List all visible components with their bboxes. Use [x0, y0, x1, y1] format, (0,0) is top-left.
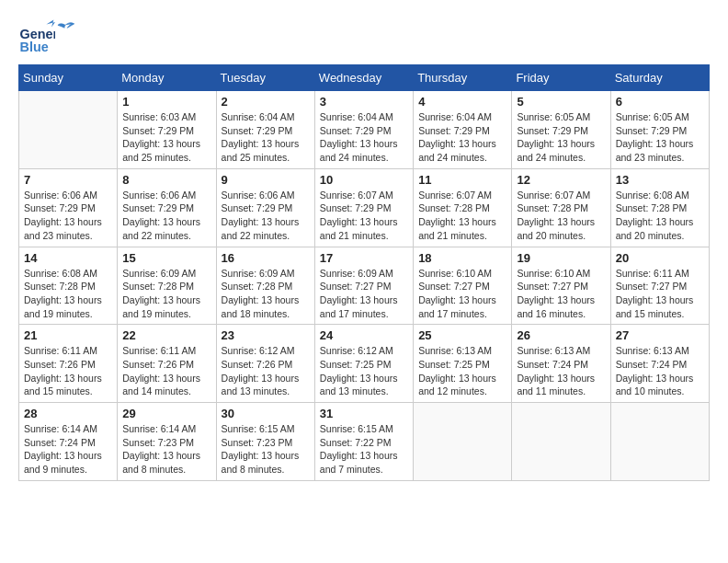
day-number: 27 [616, 328, 704, 342]
day-number: 7 [24, 173, 112, 187]
day-cell: 22Sunrise: 6:11 AMSunset: 7:26 PMDayligh… [118, 325, 216, 403]
day-info: Sunrise: 6:07 AMSunset: 7:28 PMDaylight:… [418, 189, 506, 243]
day-info: Sunrise: 6:12 AMSunset: 7:25 PMDaylight:… [320, 344, 408, 398]
day-cell: 31Sunrise: 6:15 AMSunset: 7:22 PMDayligh… [314, 403, 413, 481]
day-number: 16 [222, 251, 310, 265]
svg-text:Blue: Blue [20, 40, 49, 54]
week-row-3: 21Sunrise: 6:11 AMSunset: 7:26 PMDayligh… [19, 325, 710, 403]
day-cell: 25Sunrise: 6:13 AMSunset: 7:25 PMDayligh… [414, 325, 512, 403]
day-cell: 12Sunrise: 6:07 AMSunset: 7:28 PMDayligh… [512, 168, 610, 247]
day-cell: 2Sunrise: 6:04 AMSunset: 7:29 PMDaylight… [216, 91, 314, 169]
day-info: Sunrise: 6:11 AMSunset: 7:26 PMDaylight:… [24, 344, 112, 398]
calendar-body: 1Sunrise: 6:03 AMSunset: 7:29 PMDaylight… [19, 91, 710, 481]
day-number: 31 [320, 407, 408, 420]
day-number: 20 [616, 251, 704, 265]
day-number: 8 [122, 173, 210, 187]
day-cell [414, 403, 512, 481]
weekday-sunday: Sunday [19, 65, 118, 91]
day-number: 22 [122, 328, 210, 342]
day-number: 9 [222, 173, 310, 187]
day-cell [512, 403, 610, 481]
day-cell: 10Sunrise: 6:07 AMSunset: 7:29 PMDayligh… [314, 168, 413, 247]
weekday-header-row: SundayMondayTuesdayWednesdayThursdayFrid… [19, 65, 710, 91]
day-info: Sunrise: 6:11 AMSunset: 7:27 PMDaylight:… [616, 267, 704, 321]
week-row-0: 1Sunrise: 6:03 AMSunset: 7:29 PMDaylight… [19, 91, 710, 169]
day-info: Sunrise: 6:05 AMSunset: 7:29 PMDaylight:… [517, 110, 605, 165]
day-cell: 15Sunrise: 6:09 AMSunset: 7:28 PMDayligh… [118, 247, 216, 325]
day-number: 18 [418, 251, 506, 265]
day-info: Sunrise: 6:07 AMSunset: 7:29 PMDaylight:… [320, 189, 408, 243]
day-cell: 24Sunrise: 6:12 AMSunset: 7:25 PMDayligh… [314, 325, 413, 403]
svg-marker-2 [46, 20, 55, 28]
day-info: Sunrise: 6:10 AMSunset: 7:27 PMDaylight:… [418, 267, 506, 321]
day-cell: 11Sunrise: 6:07 AMSunset: 7:28 PMDayligh… [414, 168, 512, 247]
day-info: Sunrise: 6:14 AMSunset: 7:23 PMDaylight:… [122, 422, 210, 477]
day-cell: 7Sunrise: 6:06 AMSunset: 7:29 PMDaylight… [19, 168, 118, 247]
day-cell: 27Sunrise: 6:13 AMSunset: 7:24 PMDayligh… [610, 325, 709, 403]
day-number: 10 [320, 173, 408, 187]
day-info: Sunrise: 6:06 AMSunset: 7:29 PMDaylight:… [24, 189, 112, 243]
day-info: Sunrise: 6:13 AMSunset: 7:24 PMDaylight:… [517, 344, 605, 398]
day-number: 15 [122, 251, 210, 265]
weekday-thursday: Thursday [414, 65, 512, 91]
day-number: 30 [222, 407, 310, 420]
day-info: Sunrise: 6:09 AMSunset: 7:28 PMDaylight:… [222, 267, 310, 321]
day-info: Sunrise: 6:04 AMSunset: 7:29 PMDaylight:… [222, 110, 310, 165]
weekday-saturday: Saturday [610, 65, 709, 91]
day-info: Sunrise: 6:09 AMSunset: 7:27 PMDaylight:… [320, 267, 408, 321]
logo-icon: General Blue [18, 18, 55, 55]
day-cell: 3Sunrise: 6:04 AMSunset: 7:29 PMDaylight… [314, 91, 413, 169]
day-cell: 26Sunrise: 6:13 AMSunset: 7:24 PMDayligh… [512, 325, 610, 403]
day-cell: 13Sunrise: 6:08 AMSunset: 7:28 PMDayligh… [610, 168, 709, 247]
day-number: 11 [418, 173, 506, 187]
day-info: Sunrise: 6:05 AMSunset: 7:29 PMDaylight:… [616, 110, 704, 165]
day-number: 6 [616, 95, 704, 109]
day-number: 29 [122, 407, 210, 420]
day-number: 17 [320, 251, 408, 265]
day-cell: 19Sunrise: 6:10 AMSunset: 7:27 PMDayligh… [512, 247, 610, 325]
day-cell: 16Sunrise: 6:09 AMSunset: 7:28 PMDayligh… [216, 247, 314, 325]
day-info: Sunrise: 6:07 AMSunset: 7:28 PMDaylight:… [517, 189, 605, 243]
day-info: Sunrise: 6:15 AMSunset: 7:22 PMDaylight:… [320, 422, 408, 477]
day-info: Sunrise: 6:06 AMSunset: 7:29 PMDaylight:… [122, 189, 210, 243]
day-cell: 21Sunrise: 6:11 AMSunset: 7:26 PMDayligh… [19, 325, 118, 403]
day-cell: 17Sunrise: 6:09 AMSunset: 7:27 PMDayligh… [314, 247, 413, 325]
day-number: 23 [222, 328, 310, 342]
day-number: 24 [320, 328, 408, 342]
day-number: 5 [517, 95, 605, 109]
day-cell: 6Sunrise: 6:05 AMSunset: 7:29 PMDaylight… [610, 91, 709, 169]
weekday-monday: Monday [118, 65, 216, 91]
day-info: Sunrise: 6:06 AMSunset: 7:29 PMDaylight:… [222, 189, 310, 243]
bird-icon [55, 18, 75, 39]
day-cell: 29Sunrise: 6:14 AMSunset: 7:23 PMDayligh… [118, 403, 216, 481]
logo: General Blue [18, 18, 75, 55]
day-cell: 30Sunrise: 6:15 AMSunset: 7:23 PMDayligh… [216, 403, 314, 481]
day-info: Sunrise: 6:11 AMSunset: 7:26 PMDaylight:… [122, 344, 210, 398]
day-info: Sunrise: 6:04 AMSunset: 7:29 PMDaylight:… [320, 110, 408, 165]
calendar-header: SundayMondayTuesdayWednesdayThursdayFrid… [19, 65, 710, 91]
header: General Blue [18, 18, 710, 55]
day-info: Sunrise: 6:08 AMSunset: 7:28 PMDaylight:… [616, 189, 704, 243]
day-info: Sunrise: 6:09 AMSunset: 7:28 PMDaylight:… [122, 267, 210, 321]
calendar-table: SundayMondayTuesdayWednesdayThursdayFrid… [18, 64, 710, 481]
day-info: Sunrise: 6:15 AMSunset: 7:23 PMDaylight:… [222, 422, 310, 477]
day-cell: 18Sunrise: 6:10 AMSunset: 7:27 PMDayligh… [414, 247, 512, 325]
week-row-2: 14Sunrise: 6:08 AMSunset: 7:28 PMDayligh… [19, 247, 710, 325]
day-number: 21 [24, 328, 112, 342]
day-cell: 8Sunrise: 6:06 AMSunset: 7:29 PMDaylight… [118, 168, 216, 247]
day-info: Sunrise: 6:04 AMSunset: 7:29 PMDaylight:… [418, 110, 506, 165]
day-number: 12 [517, 173, 605, 187]
day-cell: 5Sunrise: 6:05 AMSunset: 7:29 PMDaylight… [512, 91, 610, 169]
day-number: 3 [320, 95, 408, 109]
day-number: 13 [616, 173, 704, 187]
day-cell: 4Sunrise: 6:04 AMSunset: 7:29 PMDaylight… [414, 91, 512, 169]
day-number: 28 [24, 407, 112, 420]
weekday-wednesday: Wednesday [314, 65, 413, 91]
day-cell: 14Sunrise: 6:08 AMSunset: 7:28 PMDayligh… [19, 247, 118, 325]
day-cell: 28Sunrise: 6:14 AMSunset: 7:24 PMDayligh… [19, 403, 118, 481]
day-number: 14 [24, 251, 112, 265]
day-info: Sunrise: 6:08 AMSunset: 7:28 PMDaylight:… [24, 267, 112, 321]
day-number: 25 [418, 328, 506, 342]
day-number: 19 [517, 251, 605, 265]
day-info: Sunrise: 6:13 AMSunset: 7:25 PMDaylight:… [418, 344, 506, 398]
